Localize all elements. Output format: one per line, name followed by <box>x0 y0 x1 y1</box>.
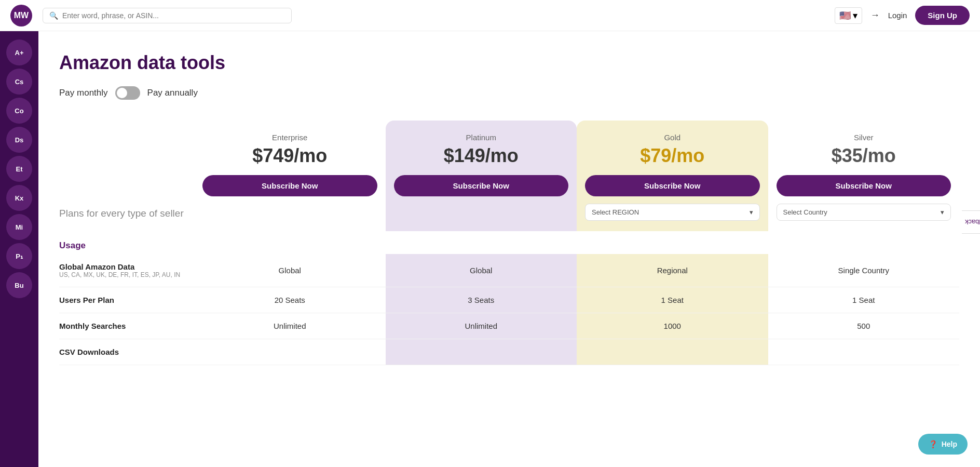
pay-monthly-label: Pay monthly <box>59 88 108 98</box>
plans-intro-cell: Plans for every type of seller <box>59 121 194 231</box>
plan-silver: Silver $35/mo Subscribe Now Select Count… <box>768 121 960 231</box>
platinum-subscribe-button[interactable]: Subscribe Now <box>394 175 569 196</box>
sidebar-item-co[interactable]: Co <box>6 98 32 124</box>
spacer-4 <box>768 231 960 254</box>
users-enterprise-val: 20 Seats <box>194 287 386 313</box>
search-input[interactable] <box>62 11 285 20</box>
global-silver-val: Single Country <box>768 254 960 287</box>
search-icon: 🔍 <box>49 11 58 20</box>
platinum-name: Platinum <box>466 133 496 142</box>
page-title: Amazon data tools <box>59 52 959 74</box>
enterprise-name: Enterprise <box>272 133 307 142</box>
signup-button[interactable]: Sign Up <box>915 6 970 25</box>
arrow-button[interactable]: → <box>870 10 880 21</box>
plan-platinum: Platinum $149/mo Subscribe Now <box>386 121 577 231</box>
global-data-label: Global Amazon Data US, CA, MX, UK, DE, F… <box>59 254 194 287</box>
users-platinum-val: 3 Seats <box>386 287 577 313</box>
csv-platinum-val <box>386 339 577 365</box>
plan-enterprise: Enterprise $749/mo Subscribe Now <box>194 121 386 231</box>
country-selector[interactable]: Select Country ▾ <box>777 204 951 221</box>
logo[interactable]: MW <box>10 5 32 26</box>
platinum-price: $149/mo <box>444 145 519 167</box>
sidebar-item-kx[interactable]: Kx <box>6 185 32 211</box>
searches-gold-val: 1000 <box>577 313 768 339</box>
billing-toggle-switch[interactable] <box>115 86 140 100</box>
sidebar-item-bu[interactable]: Bu <box>6 272 32 298</box>
global-enterprise-val: Global <box>194 254 386 287</box>
sidebar-item-p1[interactable]: P₁ <box>6 243 32 269</box>
silver-subscribe-button[interactable]: Subscribe Now <box>777 175 951 196</box>
searches-label: Monthly Searches <box>59 313 194 339</box>
toggle-thumb <box>117 88 127 98</box>
searches-silver-val: 500 <box>768 313 960 339</box>
billing-toggle: Pay monthly Pay annually <box>59 86 959 100</box>
csv-gold-val <box>577 339 768 365</box>
sidebar: A+CsCoDsEtKxMiP₁Bu <box>0 31 38 386</box>
users-silver-val: 1 Seat <box>768 287 960 313</box>
sidebar-item-cs[interactable]: Cs <box>6 69 32 95</box>
gold-name: Gold <box>664 133 680 142</box>
gold-subscribe-button[interactable]: Subscribe Now <box>585 175 760 196</box>
region-selector[interactable]: Select REGION ▾ <box>585 204 760 221</box>
silver-name: Silver <box>854 133 874 142</box>
plans-intro-text: Plans for every type of seller <box>59 207 194 221</box>
usage-section-label: Usage <box>59 231 194 254</box>
plans-grid: Plans for every type of seller Enterpris… <box>59 121 959 365</box>
global-platinum-val: Global <box>386 254 577 287</box>
nav-right: 🇺🇸 ▾ → Login Sign Up <box>835 6 970 25</box>
enterprise-price: $749/mo <box>252 145 327 167</box>
enterprise-subscribe-button[interactable]: Subscribe Now <box>202 175 377 196</box>
language-selector[interactable]: 🇺🇸 ▾ <box>835 7 862 24</box>
gold-price: $79/mo <box>640 145 704 167</box>
pay-annually-label: Pay annually <box>147 88 198 98</box>
spacer-2 <box>386 231 577 254</box>
users-label: Users Per Plan <box>59 287 194 313</box>
feedback-tab[interactable]: Feedback <box>962 210 980 234</box>
csv-enterprise-val <box>194 339 386 365</box>
searches-platinum-val: Unlimited <box>386 313 577 339</box>
sidebar-item-mi[interactable]: Mi <box>6 214 32 240</box>
sidebar-item-et[interactable]: Et <box>6 156 32 182</box>
top-navigation: MW 🔍 🇺🇸 ▾ → Login Sign Up <box>0 0 980 31</box>
plan-gold: Gold $79/mo Subscribe Now Select REGION … <box>577 121 768 231</box>
sidebar-item-ds[interactable]: Ds <box>6 127 32 153</box>
csv-silver-val <box>768 339 960 365</box>
search-bar: 🔍 <box>43 8 292 23</box>
users-gold-val: 1 Seat <box>577 287 768 313</box>
spacer-1 <box>194 231 386 254</box>
global-gold-val: Regional <box>577 254 768 287</box>
silver-price: $35/mo <box>832 145 896 167</box>
login-button[interactable]: Login <box>888 11 907 20</box>
main-content: Amazon data tools Pay monthly Pay annual… <box>38 31 980 386</box>
spacer-3 <box>577 231 768 254</box>
searches-enterprise-val: Unlimited <box>194 313 386 339</box>
sidebar-item-a-plus[interactable]: A+ <box>6 39 32 65</box>
csv-label: CSV Downloads <box>59 339 194 365</box>
